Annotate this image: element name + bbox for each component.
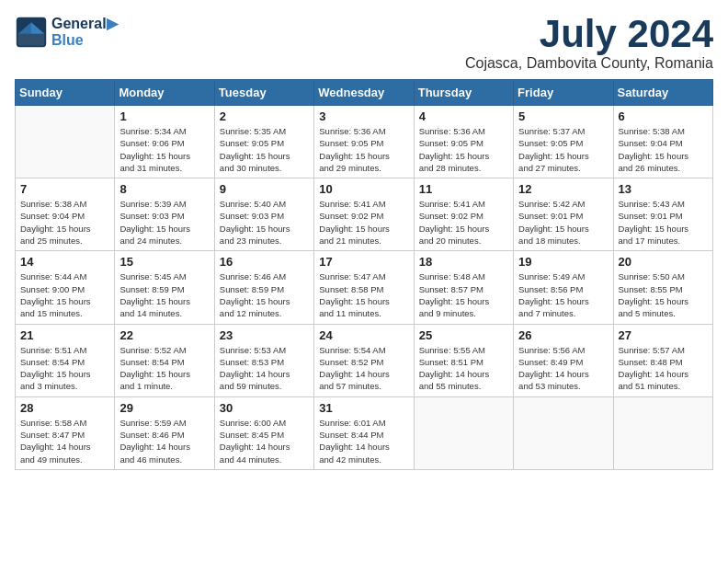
- day-number: 29: [119, 401, 209, 415]
- day-info: Sunrise: 5:40 AM Sunset: 9:03 PM Dayligh…: [220, 198, 309, 247]
- day-number: 19: [518, 255, 608, 269]
- calendar-day: 24Sunrise: 5:54 AM Sunset: 8:52 PM Dayli…: [314, 324, 414, 396]
- calendar-week-3: 14Sunrise: 5:44 AM Sunset: 9:00 PM Dayli…: [16, 251, 713, 324]
- calendar-week-1: 1Sunrise: 5:34 AM Sunset: 9:06 PM Daylig…: [16, 106, 713, 178]
- day-info: Sunrise: 5:50 AM Sunset: 8:55 PM Dayligh…: [619, 270, 708, 319]
- day-info: Sunrise: 5:35 AM Sunset: 9:05 PM Dayligh…: [220, 125, 309, 174]
- calendar-day: 12Sunrise: 5:42 AM Sunset: 9:01 PM Dayli…: [514, 178, 613, 251]
- day-info: Sunrise: 5:38 AM Sunset: 9:04 PM Dayligh…: [619, 125, 708, 174]
- day-header-wednesday: Wednesday: [314, 80, 414, 106]
- calendar-day: 11Sunrise: 5:41 AM Sunset: 9:02 PM Dayli…: [414, 178, 513, 251]
- day-header-thursday: Thursday: [414, 80, 513, 106]
- day-info: Sunrise: 5:56 AM Sunset: 8:49 PM Dayligh…: [518, 344, 608, 393]
- calendar-day: 23Sunrise: 5:53 AM Sunset: 8:53 PM Dayli…: [214, 324, 313, 396]
- calendar-day: 3Sunrise: 5:36 AM Sunset: 9:05 PM Daylig…: [314, 106, 414, 178]
- day-header-tuesday: Tuesday: [214, 80, 313, 106]
- day-info: Sunrise: 6:00 AM Sunset: 8:45 PM Dayligh…: [220, 417, 309, 465]
- calendar-day: 9Sunrise: 5:40 AM Sunset: 9:03 PM Daylig…: [214, 178, 313, 251]
- calendar-header-row: SundayMondayTuesdayWednesdayThursdayFrid…: [16, 80, 713, 106]
- day-number: 12: [518, 182, 608, 196]
- day-number: 24: [319, 328, 408, 342]
- calendar-week-4: 21Sunrise: 5:51 AM Sunset: 8:54 PM Dayli…: [16, 324, 713, 396]
- day-number: 21: [20, 328, 109, 342]
- day-header-saturday: Saturday: [613, 80, 712, 106]
- day-info: Sunrise: 5:58 AM Sunset: 8:47 PM Dayligh…: [20, 417, 109, 465]
- day-info: Sunrise: 5:54 AM Sunset: 8:52 PM Dayligh…: [319, 344, 408, 393]
- day-number: 5: [518, 109, 608, 123]
- day-number: 8: [119, 182, 209, 196]
- day-number: 9: [220, 182, 309, 196]
- day-info: Sunrise: 5:37 AM Sunset: 9:05 PM Dayligh…: [518, 125, 608, 174]
- day-number: 31: [319, 401, 408, 415]
- day-info: Sunrise: 5:36 AM Sunset: 9:05 PM Dayligh…: [419, 125, 508, 174]
- calendar-day: 10Sunrise: 5:41 AM Sunset: 9:02 PM Dayli…: [314, 178, 414, 251]
- day-info: Sunrise: 5:36 AM Sunset: 9:05 PM Dayligh…: [319, 125, 408, 174]
- calendar-day: 8Sunrise: 5:39 AM Sunset: 9:03 PM Daylig…: [115, 178, 214, 251]
- day-number: 22: [119, 328, 209, 342]
- day-info: Sunrise: 5:46 AM Sunset: 8:59 PM Dayligh…: [220, 270, 309, 319]
- day-number: 11: [419, 182, 508, 196]
- calendar-day: 2Sunrise: 5:35 AM Sunset: 9:05 PM Daylig…: [214, 106, 313, 178]
- day-info: Sunrise: 5:39 AM Sunset: 9:03 PM Dayligh…: [119, 198, 209, 247]
- calendar-day: 25Sunrise: 5:55 AM Sunset: 8:51 PM Dayli…: [414, 324, 513, 396]
- day-number: 30: [220, 401, 309, 415]
- day-number: 27: [619, 328, 708, 342]
- day-number: 7: [20, 182, 109, 196]
- calendar-day: 21Sunrise: 5:51 AM Sunset: 8:54 PM Dayli…: [16, 324, 115, 396]
- month-title: July 2024: [465, 15, 713, 53]
- day-info: Sunrise: 5:43 AM Sunset: 9:01 PM Dayligh…: [619, 198, 708, 247]
- day-number: 15: [119, 255, 209, 269]
- calendar-day: 7Sunrise: 5:38 AM Sunset: 9:04 PM Daylig…: [16, 178, 115, 251]
- calendar-day: 15Sunrise: 5:45 AM Sunset: 8:59 PM Dayli…: [115, 251, 214, 324]
- day-header-monday: Monday: [115, 80, 214, 106]
- day-info: Sunrise: 5:38 AM Sunset: 9:04 PM Dayligh…: [20, 198, 109, 247]
- calendar-day: [414, 396, 513, 469]
- calendar-day: 5Sunrise: 5:37 AM Sunset: 9:05 PM Daylig…: [514, 106, 613, 178]
- day-header-sunday: Sunday: [16, 80, 115, 106]
- day-number: 14: [20, 255, 109, 269]
- calendar-day: 22Sunrise: 5:52 AM Sunset: 8:54 PM Dayli…: [115, 324, 214, 396]
- day-header-friday: Friday: [514, 80, 613, 106]
- calendar-day: [16, 106, 115, 178]
- calendar-table: SundayMondayTuesdayWednesdayThursdayFrid…: [15, 79, 713, 470]
- day-info: Sunrise: 5:49 AM Sunset: 8:56 PM Dayligh…: [518, 270, 608, 319]
- day-info: Sunrise: 5:34 AM Sunset: 9:06 PM Dayligh…: [119, 125, 209, 174]
- logo: General▶ Blue: [15, 15, 118, 49]
- calendar-day: 13Sunrise: 5:43 AM Sunset: 9:01 PM Dayli…: [613, 178, 712, 251]
- calendar-day: 20Sunrise: 5:50 AM Sunset: 8:55 PM Dayli…: [613, 251, 712, 324]
- calendar-day: 16Sunrise: 5:46 AM Sunset: 8:59 PM Dayli…: [214, 251, 313, 324]
- calendar-day: 4Sunrise: 5:36 AM Sunset: 9:05 PM Daylig…: [414, 106, 513, 178]
- calendar-day: 18Sunrise: 5:48 AM Sunset: 8:57 PM Dayli…: [414, 251, 513, 324]
- logo-icon: [15, 16, 48, 49]
- logo-text: General▶ Blue: [51, 15, 118, 49]
- calendar-day: 30Sunrise: 6:00 AM Sunset: 8:45 PM Dayli…: [214, 396, 313, 469]
- location-subtitle: Cojasca, Dambovita County, Romania: [465, 55, 713, 72]
- day-info: Sunrise: 5:53 AM Sunset: 8:53 PM Dayligh…: [220, 344, 309, 393]
- day-info: Sunrise: 5:51 AM Sunset: 8:54 PM Dayligh…: [20, 344, 109, 393]
- title-block: July 2024 Cojasca, Dambovita County, Rom…: [465, 15, 713, 72]
- day-number: 25: [419, 328, 508, 342]
- calendar-day: 1Sunrise: 5:34 AM Sunset: 9:06 PM Daylig…: [115, 106, 214, 178]
- day-number: 26: [518, 328, 608, 342]
- day-number: 13: [619, 182, 708, 196]
- day-number: 17: [319, 255, 408, 269]
- day-info: Sunrise: 5:47 AM Sunset: 8:58 PM Dayligh…: [319, 270, 408, 319]
- day-number: 28: [20, 401, 109, 415]
- day-info: Sunrise: 5:55 AM Sunset: 8:51 PM Dayligh…: [419, 344, 508, 393]
- calendar-day: 31Sunrise: 6:01 AM Sunset: 8:44 PM Dayli…: [314, 396, 414, 469]
- day-number: 18: [419, 255, 508, 269]
- day-number: 20: [619, 255, 708, 269]
- day-number: 4: [419, 109, 508, 123]
- day-number: 16: [220, 255, 309, 269]
- calendar-day: 27Sunrise: 5:57 AM Sunset: 8:48 PM Dayli…: [613, 324, 712, 396]
- calendar-day: [613, 396, 712, 469]
- calendar-day: 29Sunrise: 5:59 AM Sunset: 8:46 PM Dayli…: [115, 396, 214, 469]
- day-number: 1: [119, 109, 209, 123]
- day-info: Sunrise: 5:57 AM Sunset: 8:48 PM Dayligh…: [619, 344, 708, 393]
- day-info: Sunrise: 5:42 AM Sunset: 9:01 PM Dayligh…: [518, 198, 608, 247]
- day-info: Sunrise: 5:41 AM Sunset: 9:02 PM Dayligh…: [419, 198, 508, 247]
- page-header: General▶ Blue July 2024 Cojasca, Dambovi…: [15, 15, 713, 72]
- calendar-day: 19Sunrise: 5:49 AM Sunset: 8:56 PM Dayli…: [514, 251, 613, 324]
- calendar-day: 14Sunrise: 5:44 AM Sunset: 9:00 PM Dayli…: [16, 251, 115, 324]
- day-info: Sunrise: 5:59 AM Sunset: 8:46 PM Dayligh…: [119, 417, 209, 465]
